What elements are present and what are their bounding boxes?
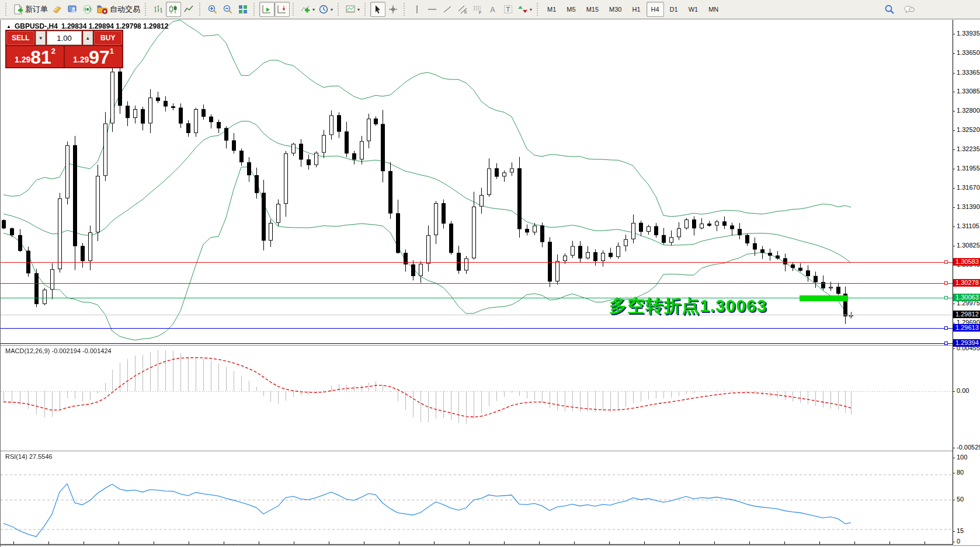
candlestick-mode-button[interactable] [166,2,181,17]
arrows-tool-button[interactable]: ▾ [516,2,534,17]
rsi-pane-label: RSI(14) 27.5546 [5,453,53,460]
autotrading-icon [97,4,108,15]
volume-decrease-button[interactable]: ▼ [36,31,46,45]
horizontal-line-icon [427,4,437,15]
timeframe-button-H4[interactable]: H4 [647,2,664,17]
tile-windows-button[interactable] [235,2,251,17]
chart-annotation-text[interactable]: 多空转折点1.30063 [609,294,767,318]
text-label-tool-button[interactable]: T [501,2,516,17]
toolbar-grip[interactable] [338,3,340,16]
price-badge: 1.30278 [953,279,980,287]
timeframe-button-MN[interactable]: MN [704,2,723,17]
price-axis-tick-label: 1.31390 [957,203,980,210]
channel-tool-button[interactable]: E [455,2,470,17]
line-chart-mode-button[interactable] [181,2,196,17]
terminal-window-button[interactable] [65,2,80,17]
toolbar-grip[interactable] [253,3,256,16]
zoom-out-button[interactable] [220,2,235,17]
toolbar-grip[interactable] [5,3,8,16]
hline-resistance-1.30583[interactable] [1,262,953,263]
toolbar-grip[interactable] [145,3,148,16]
dropdown-arrow-icon: ▾ [312,7,315,12]
chart-shift-button[interactable] [274,2,290,17]
timeframe-button-D1[interactable]: D1 [665,2,683,17]
chart-shift-icon [277,4,287,15]
timeframe-button-M15[interactable]: M15 [582,2,603,17]
macd-scale-tickmark [953,349,955,349]
toolbar-grip[interactable] [199,3,202,16]
signal-button[interactable] [80,2,95,17]
cursor-button[interactable] [370,2,385,17]
macd-scale-tickmark [953,448,955,448]
sell-button[interactable]: SELL [6,31,34,45]
macd-pane-canvas[interactable] [1,346,953,451]
price-badge: 1.29613 [953,324,980,332]
buy-price-display[interactable]: 1.29 97 1 [65,46,122,67]
hline-support-1.29394[interactable] [1,343,953,344]
rsi-scale-label: 50 [957,496,964,503]
search-button[interactable] [882,2,897,17]
bar-chart-mode-button[interactable] [151,2,166,17]
toolbar-grip[interactable] [404,3,406,16]
macd-scale-label: -0.005295 [957,444,980,451]
zoom-in-button[interactable] [205,2,220,17]
price-axis-tick-label: 1.33085 [957,88,980,95]
gold-bar-icon [52,4,62,15]
indicators-button[interactable]: ▾ [298,2,317,17]
autotrading-button[interactable]: 自动交易 [95,2,142,17]
periods-button[interactable]: ▾ [317,2,335,17]
toolbar-grip[interactable] [537,3,540,16]
chat-button[interactable] [902,2,917,17]
rsi-scale-label: 80 [957,469,964,476]
buy-price-prefix: 1.29 [73,55,89,64]
buy-price-big: 97 [89,48,110,66]
timeframe-button-M5[interactable]: M5 [562,2,580,17]
fibonacci-tool-button[interactable]: F [470,2,485,17]
collapse-arrow-icon[interactable]: ▲ [6,24,11,29]
highlight-rectangle[interactable] [800,295,848,301]
vertical-line-tool-button[interactable] [409,2,425,17]
timeframe-button-W1[interactable]: W1 [684,2,703,17]
chart-ohlc-label: 1.29834 1.29894 1.29798 1.29812 [61,22,169,30]
dropdown-arrow-icon: ▾ [331,7,333,12]
trendline-tool-button[interactable] [440,2,455,17]
pane-separator[interactable] [1,450,980,451]
timeframe-button-M30[interactable]: M30 [604,2,626,17]
terminal-window-icon [67,4,78,15]
templates-button[interactable]: ▾ [343,2,362,17]
auto-scroll-button[interactable] [259,2,274,17]
hline-handle[interactable] [944,296,948,299]
price-badge: 1.29394 [953,339,980,347]
hline-resistance-1.30278[interactable] [1,283,953,284]
text-tool-button[interactable]: A [485,2,501,17]
rsi-scale-tickmark [953,542,955,542]
crosshair-button[interactable] [385,2,401,17]
timeframe-button-M1[interactable]: M1 [543,2,561,17]
pane-separator[interactable] [1,344,980,346]
hline-support-1.29613[interactable] [1,328,953,329]
hline-handle[interactable] [944,281,948,285]
new-order-button[interactable]: 新订单 [11,2,50,17]
horizontal-line-tool-button[interactable] [425,2,440,17]
volume-input[interactable] [47,31,82,45]
buy-button[interactable]: BUY [94,31,122,45]
volume-increase-button[interactable]: ▲ [83,31,93,45]
timeframe-button-H1[interactable]: H1 [627,2,645,17]
hline-handle[interactable] [944,260,948,264]
trendline-icon [442,4,453,15]
rsi-pane-canvas[interactable] [1,451,953,545]
rsi-scale-tickmark [953,473,955,473]
price-badge: 1.30063 [953,294,980,301]
arrows-icon [517,4,528,15]
toolbar-grip[interactable] [364,3,367,16]
price-axis-tickmark [953,53,955,54]
hline-handle[interactable] [944,342,948,345]
price-axis-tickmark [953,207,955,208]
gold-bar-button[interactable] [50,2,65,17]
hline-handle[interactable] [944,326,948,330]
sell-price-prefix: 1.29 [15,55,30,64]
price-axis-tickmark [953,169,955,169]
sell-price-display[interactable]: 1.29 81 2 [6,46,64,67]
zoom-in-icon [207,4,218,15]
toolbar-grip[interactable] [293,3,296,16]
